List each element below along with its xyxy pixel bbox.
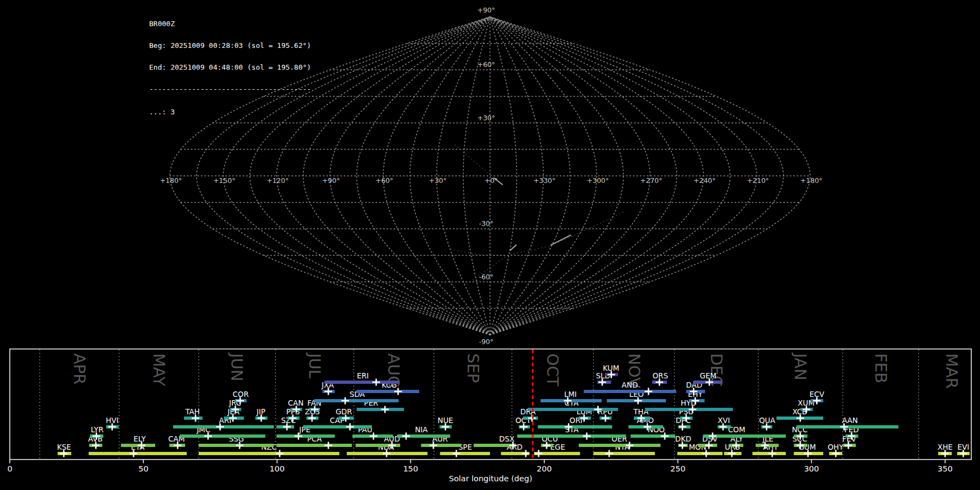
month-label: MAR	[942, 353, 961, 389]
map-lon-label: +210°	[747, 176, 769, 185]
shower-label: HVI	[106, 416, 118, 425]
shower-peak-marker	[522, 450, 530, 457]
month-label: OCT	[543, 353, 562, 387]
map-lon-label: +120°	[267, 176, 289, 185]
month-label: FEB	[872, 353, 890, 383]
month-label: SEP	[464, 353, 482, 383]
shower-label: QUA	[759, 416, 776, 425]
shower-bar-AUR	[421, 444, 461, 447]
meteor-trail	[510, 245, 516, 250]
shower-peak-marker	[341, 397, 349, 405]
shower-label: DKD	[675, 434, 691, 443]
shower-label: ERI	[357, 371, 369, 380]
shower-bar-SDA	[314, 399, 399, 402]
shower-bar-PER	[357, 408, 404, 411]
shower-label: AND	[622, 381, 638, 389]
end-time-line: End: 20251009 04:48:00 (sol = 195.80°)	[149, 64, 311, 71]
shower-label: LMI	[564, 390, 577, 399]
map-lon-label: +330°	[534, 176, 556, 185]
shower-label: XVI	[718, 416, 730, 425]
map-lon-label: +150°	[213, 176, 236, 185]
shower-bar-ETA	[89, 452, 187, 455]
shower-label: AAN	[842, 416, 858, 425]
shower-bar-PCA	[277, 444, 352, 447]
shower-bar-NZC	[199, 452, 339, 455]
shower-label: EVI	[957, 443, 969, 451]
shower-bar-ORI	[538, 425, 612, 428]
shower-bar-MON	[677, 452, 722, 455]
map-lon-label: +270°	[640, 176, 663, 185]
shower-label: ORS	[652, 371, 668, 380]
shower-bar-NTA	[593, 452, 655, 455]
station-code: BR000Z	[149, 20, 311, 27]
shower-bar-AND	[584, 390, 676, 393]
map-lat-label: -90°	[479, 338, 494, 346]
shower-peak-marker	[324, 442, 332, 449]
map-lon-label: +0°	[485, 176, 498, 185]
month-label: JAN	[791, 352, 810, 381]
shower-bar-CTA	[528, 408, 618, 411]
shower-label: ELY	[133, 434, 146, 443]
map-lon-label: +30°	[429, 176, 447, 185]
axis-tick-label: 200	[537, 464, 552, 473]
shower-peak-marker	[535, 450, 542, 457]
axis-tick-label: 0	[7, 464, 12, 473]
month-label: APR	[70, 353, 89, 384]
axis-tick-label: 50	[138, 464, 148, 473]
shower-peak-marker	[346, 424, 354, 431]
shower-label: OHY	[828, 443, 844, 451]
axis-tick-label: 100	[270, 464, 285, 473]
shower-bar-ERI	[324, 381, 399, 384]
map-lon-label: +180°	[800, 176, 823, 185]
shower-peak-marker	[605, 450, 613, 457]
x-axis: 050100150200250300350Solar longitude (de…	[7, 460, 952, 483]
shower-label: NIA	[415, 425, 428, 434]
shower-label: COR	[232, 390, 248, 399]
shower-label: XHE	[938, 443, 953, 451]
shower-bar-SPE	[440, 452, 490, 455]
map-lon-label: +240°	[694, 176, 716, 185]
begin-time-line: Beg: 20251009 00:28:03 (sol = 195.62°)	[149, 42, 311, 49]
shower-label: ECV	[810, 390, 825, 399]
meteor-trails	[494, 178, 571, 250]
month-label: MAY	[150, 353, 168, 387]
info-block: BR000Z Beg: 20251009 00:28:03 (sol = 195…	[149, 5, 311, 130]
shower-label: GEM	[700, 371, 716, 380]
shower-label: JIP	[256, 407, 265, 416]
shower-peak-marker	[402, 433, 410, 440]
shower-label: CAN	[288, 399, 304, 407]
map-lat-label: -60°	[479, 273, 494, 281]
shower-peak-marker	[276, 450, 284, 457]
shower-bar-JPE	[277, 434, 335, 438]
map-lon-label: +90°	[322, 176, 340, 185]
shower-label: KSE	[57, 443, 71, 451]
axis-tick-label: 300	[804, 464, 819, 473]
map-lon-label: +300°	[587, 176, 609, 185]
map-lat-label: -30°	[479, 219, 494, 228]
shower-peak-marker	[372, 379, 380, 386]
ecliptic-trace-segment	[451, 211, 625, 255]
axis-tick-label: 150	[403, 464, 418, 473]
shower-label: TAH	[185, 407, 200, 416]
shower-label: LYR	[91, 425, 103, 434]
shower-label: DSX	[499, 434, 514, 443]
month-label: JUN	[228, 352, 246, 381]
map-lat-label: +30°	[477, 114, 495, 122]
map-lat-label: +60°	[477, 60, 495, 69]
shower-bar-JMC	[180, 434, 265, 438]
shower-peak-marker	[645, 388, 652, 395]
shower-bar-CAP	[303, 425, 372, 428]
map-lon-label: +180°	[160, 176, 182, 185]
separator-line: --------------------------------------	[149, 85, 311, 93]
x-axis-title: Solar longitude (deg)	[449, 474, 532, 483]
shower-label: KUM	[603, 364, 619, 372]
shower-bar-OER	[579, 444, 660, 447]
radiant-map-and-activity-chart: +90°+60°+30°-30°-60°-90°+180°+150°+120°+…	[0, 0, 980, 490]
axis-tick-label: 250	[670, 464, 685, 473]
shower-label: NUE	[438, 416, 454, 425]
showers-layer: KSEETANZCNDASPEARDEGENTAMONURSAHYGUMOHYX…	[57, 364, 970, 457]
axis-tick-label: 350	[938, 464, 953, 473]
shower-peak-marker	[381, 406, 389, 413]
map-lon-label: +60°	[376, 176, 394, 185]
map-lat-label: +90°	[477, 6, 495, 14]
